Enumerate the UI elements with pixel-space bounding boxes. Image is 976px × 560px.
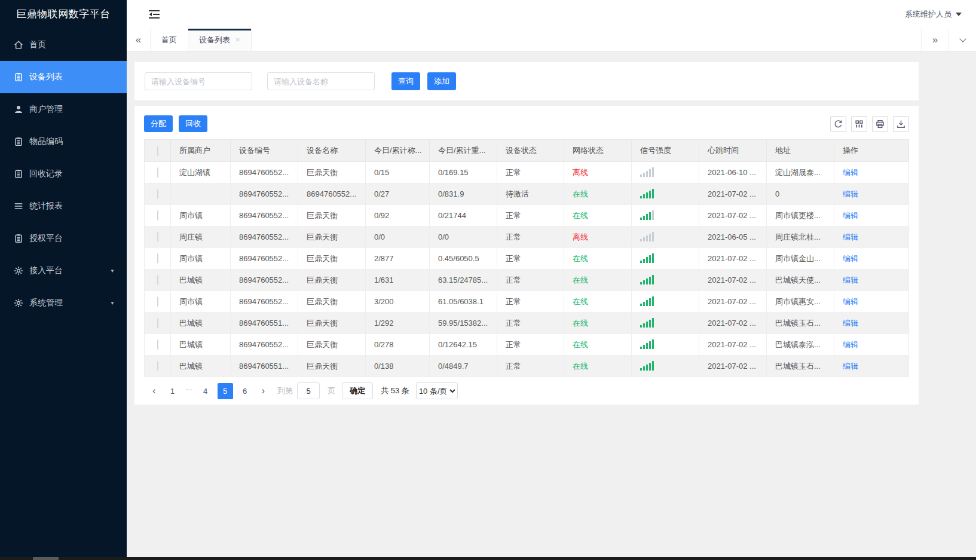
edit-link[interactable]: 编辑 bbox=[843, 276, 858, 284]
total-count-label: 共 53 条 bbox=[381, 385, 409, 396]
cell-action: 编辑 bbox=[834, 313, 909, 334]
table-tool-icons bbox=[830, 116, 909, 132]
sidebar-item-authorize-platform[interactable]: 授权平台 bbox=[0, 222, 127, 255]
goto-page-input[interactable] bbox=[297, 382, 320, 399]
cell-merchant: 淀山湖镇 bbox=[171, 162, 231, 183]
cell-device-name: 8694760552... bbox=[298, 183, 366, 205]
edit-link[interactable]: 编辑 bbox=[843, 297, 858, 306]
cell-signal bbox=[632, 356, 699, 377]
row-checkbox[interactable] bbox=[157, 339, 158, 350]
cell-device-status: 正常 bbox=[497, 205, 564, 227]
cell-today-weight: 0/0 bbox=[430, 227, 497, 248]
cell-network-status: 在线 bbox=[564, 334, 632, 356]
tab-device-list[interactable]: 设备列表 × bbox=[188, 29, 252, 51]
page-button-6[interactable]: 6 bbox=[237, 383, 253, 399]
sidebar-item-home[interactable]: 首页 bbox=[0, 29, 127, 61]
page-unit-label: 页 bbox=[328, 385, 335, 396]
confirm-page-button[interactable]: 确定 bbox=[342, 382, 373, 399]
edit-link[interactable]: 编辑 bbox=[843, 168, 858, 177]
cell-today-count: 0/27 bbox=[366, 183, 430, 205]
cell-action: 编辑 bbox=[834, 270, 909, 291]
row-checkbox[interactable] bbox=[157, 296, 158, 307]
assign-button[interactable]: 分配 bbox=[144, 115, 173, 132]
select-all-checkbox[interactable] bbox=[157, 146, 158, 156]
refresh-button[interactable] bbox=[830, 116, 846, 132]
signal-bars-icon bbox=[640, 274, 654, 284]
row-checkbox[interactable] bbox=[157, 210, 158, 221]
horizontal-scrollbar[interactable] bbox=[0, 557, 976, 560]
sidebar-item-label: 物品编码 bbox=[29, 136, 63, 147]
sidebar-item-access-platform[interactable]: 接入平台 ▼ bbox=[0, 255, 127, 287]
table-row: 淀山湖镇 8694760552... 巨鼎天衡 0/15 0/169.15 正常… bbox=[145, 162, 909, 183]
cell-heartbeat: 2021-06-05 ... bbox=[699, 227, 767, 248]
prev-page-button[interactable]: ‹ bbox=[148, 385, 161, 397]
sidebar-item-item-code[interactable]: 物品编码 bbox=[0, 126, 127, 158]
scrollbar-thumb[interactable] bbox=[33, 557, 59, 560]
row-checkbox[interactable] bbox=[157, 253, 158, 264]
tabs-scroll-left-button[interactable]: « bbox=[127, 29, 151, 51]
chevron-down-icon: ▼ bbox=[110, 268, 115, 274]
edit-link[interactable]: 编辑 bbox=[843, 254, 858, 263]
tab-bar: « 首页 设备列表 × » bbox=[127, 29, 976, 51]
edit-link[interactable]: 编辑 bbox=[843, 232, 858, 241]
download-button[interactable] bbox=[893, 116, 909, 132]
cell-address: 巴城镇玉石... bbox=[767, 356, 834, 377]
row-checkbox[interactable] bbox=[157, 189, 158, 199]
close-icon[interactable]: × bbox=[235, 35, 240, 44]
sidebar-item-recycle-record[interactable]: 回收记录 bbox=[0, 158, 127, 190]
device-name-input[interactable] bbox=[267, 72, 375, 90]
row-checkbox[interactable] bbox=[157, 167, 158, 178]
cell-network-status: 离线 bbox=[564, 227, 632, 248]
page-button-1[interactable]: 1 bbox=[165, 383, 180, 399]
next-page-button[interactable]: › bbox=[257, 385, 270, 397]
column-header: 设备状态 bbox=[497, 140, 564, 162]
sidebar-item-merchant-management[interactable]: 商户管理 bbox=[0, 93, 127, 126]
edit-link[interactable]: 编辑 bbox=[843, 319, 858, 328]
row-checkbox[interactable] bbox=[157, 232, 158, 242]
tabs-more-button[interactable] bbox=[949, 29, 976, 51]
page-button-4[interactable]: 4 bbox=[198, 383, 213, 399]
edit-link[interactable]: 编辑 bbox=[843, 189, 858, 198]
device-no-input[interactable] bbox=[145, 72, 252, 90]
cell-address: 巴城镇天使... bbox=[767, 270, 834, 291]
user-menu[interactable]: 系统维护人员 bbox=[905, 9, 962, 20]
cell-merchant: 周市镇 bbox=[171, 248, 231, 270]
cell-device-name: 巨鼎天衡 bbox=[298, 162, 366, 183]
sidebar-item-system-management[interactable]: 系统管理 ▼ bbox=[0, 287, 127, 319]
signal-bars-icon bbox=[640, 339, 654, 349]
sidebar-item-statistics-report[interactable]: 统计报表 bbox=[0, 190, 127, 222]
add-button[interactable]: 添加 bbox=[427, 72, 456, 90]
sidebar-item-device-list[interactable]: 设备列表 bbox=[0, 61, 127, 93]
column-header: 设备编号 bbox=[231, 140, 298, 162]
signal-bars-icon bbox=[640, 210, 654, 220]
cell-device-status: 正常 bbox=[497, 248, 564, 270]
cell-today-count: 1/631 bbox=[366, 270, 430, 291]
cell-device-name: 巨鼎天衡 bbox=[298, 227, 366, 248]
edit-link[interactable]: 编辑 bbox=[843, 340, 858, 349]
row-checkbox[interactable] bbox=[157, 361, 158, 371]
columns-button[interactable] bbox=[851, 116, 867, 132]
tab-home[interactable]: 首页 bbox=[151, 29, 188, 51]
page-button-5[interactable]: 5 bbox=[218, 383, 233, 399]
cell-merchant: 周市镇 bbox=[171, 291, 231, 313]
page-size-select[interactable]: 10 条/页 bbox=[416, 382, 458, 399]
signal-bars-icon bbox=[640, 360, 654, 371]
print-button[interactable] bbox=[872, 116, 888, 132]
cell-network-status: 在线 bbox=[564, 205, 632, 227]
cell-heartbeat: 2021-07-02 ... bbox=[699, 334, 767, 356]
collapse-sidebar-icon[interactable] bbox=[148, 10, 160, 19]
row-checkbox[interactable] bbox=[157, 318, 158, 328]
edit-link[interactable]: 编辑 bbox=[843, 362, 858, 371]
query-button[interactable]: 查询 bbox=[391, 72, 420, 90]
tabs-scroll-right-button[interactable]: » bbox=[921, 29, 949, 51]
table-actions: 分配 回收 bbox=[144, 115, 909, 132]
recycle-button[interactable]: 回收 bbox=[179, 115, 207, 132]
edit-link[interactable]: 编辑 bbox=[843, 211, 858, 220]
chevron-down-icon bbox=[956, 13, 962, 16]
signal-bars-icon bbox=[640, 231, 654, 241]
cell-today-weight: 0/21744 bbox=[430, 205, 497, 227]
table-row: 周市镇 8694760552... 巨鼎天衡 2/877 0.45/6050.5… bbox=[145, 248, 909, 270]
cell-action: 编辑 bbox=[834, 205, 909, 227]
cell-device-status: 正常 bbox=[497, 291, 564, 313]
row-checkbox[interactable] bbox=[157, 275, 158, 285]
